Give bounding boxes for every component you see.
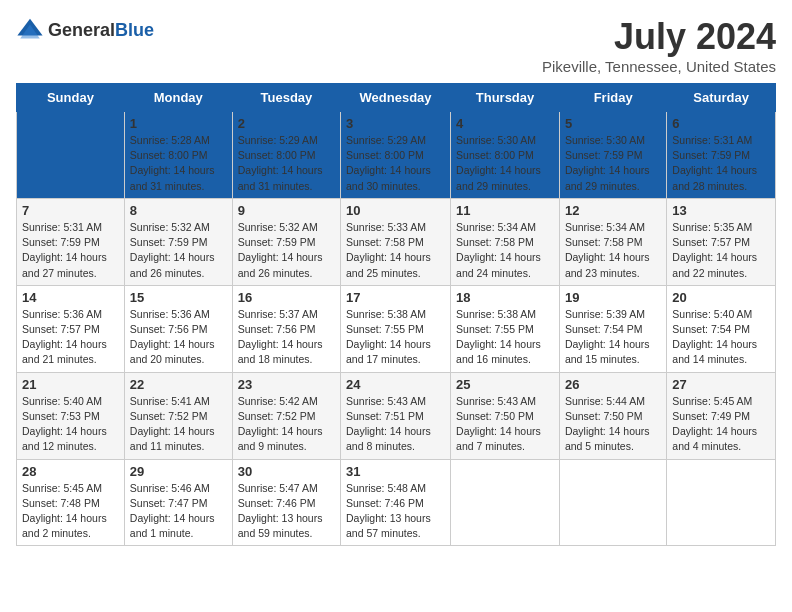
- calendar-cell: [451, 459, 560, 546]
- calendar-cell: 9Sunrise: 5:32 AMSunset: 7:59 PMDaylight…: [232, 198, 340, 285]
- date-number: 23: [238, 377, 335, 392]
- calendar-cell: [667, 459, 776, 546]
- weekday-header-saturday: Saturday: [667, 84, 776, 112]
- weekday-header-row: SundayMondayTuesdayWednesdayThursdayFrid…: [17, 84, 776, 112]
- date-number: 31: [346, 464, 445, 479]
- date-number: 13: [672, 203, 770, 218]
- date-number: 7: [22, 203, 119, 218]
- weekday-header-tuesday: Tuesday: [232, 84, 340, 112]
- cell-info: Sunrise: 5:33 AMSunset: 7:58 PMDaylight:…: [346, 220, 445, 281]
- logo-icon: [16, 16, 44, 44]
- calendar-cell: 20Sunrise: 5:40 AMSunset: 7:54 PMDayligh…: [667, 285, 776, 372]
- date-number: 28: [22, 464, 119, 479]
- calendar-cell: 10Sunrise: 5:33 AMSunset: 7:58 PMDayligh…: [341, 198, 451, 285]
- weekday-header-wednesday: Wednesday: [341, 84, 451, 112]
- date-number: 5: [565, 116, 661, 131]
- calendar-cell: 5Sunrise: 5:30 AMSunset: 7:59 PMDaylight…: [559, 112, 666, 199]
- date-number: 11: [456, 203, 554, 218]
- cell-info: Sunrise: 5:44 AMSunset: 7:50 PMDaylight:…: [565, 394, 661, 455]
- calendar-cell: 17Sunrise: 5:38 AMSunset: 7:55 PMDayligh…: [341, 285, 451, 372]
- date-number: 1: [130, 116, 227, 131]
- date-number: 21: [22, 377, 119, 392]
- date-number: 20: [672, 290, 770, 305]
- calendar-cell: 11Sunrise: 5:34 AMSunset: 7:58 PMDayligh…: [451, 198, 560, 285]
- calendar-cell: [559, 459, 666, 546]
- date-number: 4: [456, 116, 554, 131]
- date-number: 29: [130, 464, 227, 479]
- date-number: 27: [672, 377, 770, 392]
- date-number: 17: [346, 290, 445, 305]
- cell-info: Sunrise: 5:45 AMSunset: 7:48 PMDaylight:…: [22, 481, 119, 542]
- cell-info: Sunrise: 5:38 AMSunset: 7:55 PMDaylight:…: [346, 307, 445, 368]
- calendar-cell: 28Sunrise: 5:45 AMSunset: 7:48 PMDayligh…: [17, 459, 125, 546]
- calendar-cell: 4Sunrise: 5:30 AMSunset: 8:00 PMDaylight…: [451, 112, 560, 199]
- calendar-cell: 21Sunrise: 5:40 AMSunset: 7:53 PMDayligh…: [17, 372, 125, 459]
- calendar-cell: 23Sunrise: 5:42 AMSunset: 7:52 PMDayligh…: [232, 372, 340, 459]
- calendar-cell: 16Sunrise: 5:37 AMSunset: 7:56 PMDayligh…: [232, 285, 340, 372]
- week-row-1: 1Sunrise: 5:28 AMSunset: 8:00 PMDaylight…: [17, 112, 776, 199]
- date-number: 8: [130, 203, 227, 218]
- weekday-header-friday: Friday: [559, 84, 666, 112]
- cell-info: Sunrise: 5:39 AMSunset: 7:54 PMDaylight:…: [565, 307, 661, 368]
- date-number: 22: [130, 377, 227, 392]
- calendar-cell: 12Sunrise: 5:34 AMSunset: 7:58 PMDayligh…: [559, 198, 666, 285]
- cell-info: Sunrise: 5:31 AMSunset: 7:59 PMDaylight:…: [22, 220, 119, 281]
- cell-info: Sunrise: 5:30 AMSunset: 8:00 PMDaylight:…: [456, 133, 554, 194]
- cell-info: Sunrise: 5:29 AMSunset: 8:00 PMDaylight:…: [238, 133, 335, 194]
- cell-info: Sunrise: 5:40 AMSunset: 7:53 PMDaylight:…: [22, 394, 119, 455]
- calendar-cell: 25Sunrise: 5:43 AMSunset: 7:50 PMDayligh…: [451, 372, 560, 459]
- date-number: 10: [346, 203, 445, 218]
- cell-info: Sunrise: 5:32 AMSunset: 7:59 PMDaylight:…: [130, 220, 227, 281]
- week-row-5: 28Sunrise: 5:45 AMSunset: 7:48 PMDayligh…: [17, 459, 776, 546]
- calendar-cell: 18Sunrise: 5:38 AMSunset: 7:55 PMDayligh…: [451, 285, 560, 372]
- calendar-cell: 1Sunrise: 5:28 AMSunset: 8:00 PMDaylight…: [124, 112, 232, 199]
- cell-info: Sunrise: 5:32 AMSunset: 7:59 PMDaylight:…: [238, 220, 335, 281]
- date-number: 16: [238, 290, 335, 305]
- date-number: 15: [130, 290, 227, 305]
- cell-info: Sunrise: 5:34 AMSunset: 7:58 PMDaylight:…: [565, 220, 661, 281]
- date-number: 25: [456, 377, 554, 392]
- date-number: 3: [346, 116, 445, 131]
- calendar-cell: 7Sunrise: 5:31 AMSunset: 7:59 PMDaylight…: [17, 198, 125, 285]
- cell-info: Sunrise: 5:38 AMSunset: 7:55 PMDaylight:…: [456, 307, 554, 368]
- logo-general: General: [48, 20, 115, 40]
- cell-info: Sunrise: 5:43 AMSunset: 7:50 PMDaylight:…: [456, 394, 554, 455]
- cell-info: Sunrise: 5:41 AMSunset: 7:52 PMDaylight:…: [130, 394, 227, 455]
- logo-blue: Blue: [115, 20, 154, 40]
- calendar-cell: 8Sunrise: 5:32 AMSunset: 7:59 PMDaylight…: [124, 198, 232, 285]
- title-block: July 2024 Pikeville, Tennessee, United S…: [542, 16, 776, 75]
- date-number: 2: [238, 116, 335, 131]
- calendar-cell: 14Sunrise: 5:36 AMSunset: 7:57 PMDayligh…: [17, 285, 125, 372]
- calendar-cell: 26Sunrise: 5:44 AMSunset: 7:50 PMDayligh…: [559, 372, 666, 459]
- calendar-cell: 3Sunrise: 5:29 AMSunset: 8:00 PMDaylight…: [341, 112, 451, 199]
- cell-info: Sunrise: 5:35 AMSunset: 7:57 PMDaylight:…: [672, 220, 770, 281]
- cell-info: Sunrise: 5:34 AMSunset: 7:58 PMDaylight:…: [456, 220, 554, 281]
- date-number: 26: [565, 377, 661, 392]
- cell-info: Sunrise: 5:47 AMSunset: 7:46 PMDaylight:…: [238, 481, 335, 542]
- logo-text: GeneralBlue: [48, 20, 154, 41]
- cell-info: Sunrise: 5:37 AMSunset: 7:56 PMDaylight:…: [238, 307, 335, 368]
- logo: GeneralBlue: [16, 16, 154, 44]
- calendar-cell: 30Sunrise: 5:47 AMSunset: 7:46 PMDayligh…: [232, 459, 340, 546]
- month-title: July 2024: [542, 16, 776, 58]
- date-number: 12: [565, 203, 661, 218]
- cell-info: Sunrise: 5:45 AMSunset: 7:49 PMDaylight:…: [672, 394, 770, 455]
- date-number: 9: [238, 203, 335, 218]
- date-number: 6: [672, 116, 770, 131]
- calendar-cell: 29Sunrise: 5:46 AMSunset: 7:47 PMDayligh…: [124, 459, 232, 546]
- date-number: 14: [22, 290, 119, 305]
- location-title: Pikeville, Tennessee, United States: [542, 58, 776, 75]
- date-number: 19: [565, 290, 661, 305]
- page-header: GeneralBlue July 2024 Pikeville, Tenness…: [16, 16, 776, 75]
- cell-info: Sunrise: 5:46 AMSunset: 7:47 PMDaylight:…: [130, 481, 227, 542]
- calendar-cell: 31Sunrise: 5:48 AMSunset: 7:46 PMDayligh…: [341, 459, 451, 546]
- weekday-header-thursday: Thursday: [451, 84, 560, 112]
- cell-info: Sunrise: 5:28 AMSunset: 8:00 PMDaylight:…: [130, 133, 227, 194]
- cell-info: Sunrise: 5:42 AMSunset: 7:52 PMDaylight:…: [238, 394, 335, 455]
- calendar-cell: 19Sunrise: 5:39 AMSunset: 7:54 PMDayligh…: [559, 285, 666, 372]
- cell-info: Sunrise: 5:30 AMSunset: 7:59 PMDaylight:…: [565, 133, 661, 194]
- calendar-cell: 13Sunrise: 5:35 AMSunset: 7:57 PMDayligh…: [667, 198, 776, 285]
- week-row-4: 21Sunrise: 5:40 AMSunset: 7:53 PMDayligh…: [17, 372, 776, 459]
- cell-info: Sunrise: 5:36 AMSunset: 7:56 PMDaylight:…: [130, 307, 227, 368]
- calendar-cell: 15Sunrise: 5:36 AMSunset: 7:56 PMDayligh…: [124, 285, 232, 372]
